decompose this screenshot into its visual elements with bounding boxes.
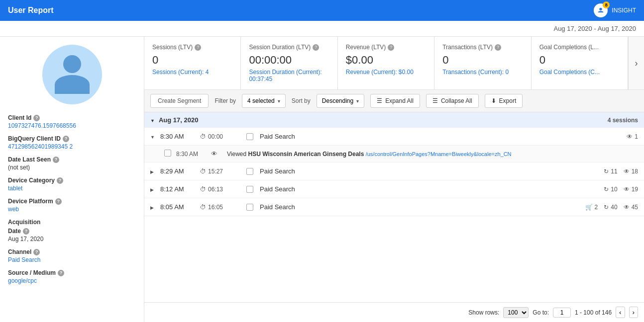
source-medium-help-icon[interactable]: ? bbox=[58, 270, 64, 276]
metric-sessions-current: Sessions (Current): 4 bbox=[152, 69, 232, 76]
sort-by-label: Sort by bbox=[292, 97, 311, 104]
metric-duration-value: 00:00:00 bbox=[249, 54, 329, 67]
hit-row: 8:30 AM 👁 Viewed HSU Wisconsin American … bbox=[144, 146, 644, 162]
session-type-icon bbox=[240, 204, 260, 211]
hit-checkbox[interactable] bbox=[164, 150, 176, 158]
channel-label: Channel ? bbox=[8, 248, 136, 255]
collapse-all-button[interactable]: ☰ Collapse All bbox=[426, 94, 479, 108]
device-platform-help-icon[interactable]: ? bbox=[55, 198, 62, 205]
metric-revenue-current: Revenue (Current): $0.00 bbox=[346, 69, 426, 76]
expand-all-button[interactable]: ☰ Expand All bbox=[370, 94, 420, 108]
session-checkbox[interactable] bbox=[246, 133, 253, 140]
hit-description: Viewed HSU Wisconsin American Ginseng De… bbox=[227, 151, 638, 158]
acquisition-section: Acquisition Date ? Aug 17, 2020 bbox=[8, 219, 136, 242]
session-stats: ↻ 10 👁 19 bbox=[604, 186, 638, 193]
session-stats: 👁 1 bbox=[627, 133, 638, 140]
metric-duration-title: Session Duration (LTV) ? bbox=[249, 44, 329, 51]
session-stats: ↻ 11 👁 18 bbox=[604, 168, 638, 175]
client-id-label: Client Id ? bbox=[8, 114, 136, 121]
expand-all-icon: ☰ bbox=[377, 97, 382, 104]
eye-icon: 👁 bbox=[624, 204, 630, 211]
stat-refresh: ↻ 11 bbox=[604, 168, 617, 175]
date-group-label: Aug 17, 2020 bbox=[159, 116, 199, 124]
date-last-seen-help-icon[interactable]: ? bbox=[53, 157, 59, 163]
export-icon: ⬇ bbox=[491, 97, 496, 104]
session-expand-icon[interactable] bbox=[150, 134, 160, 140]
session-time: 8:29 AM bbox=[160, 167, 200, 175]
session-channel: Paid Search bbox=[260, 167, 604, 175]
metric-sessions: Sessions (LTV) ? 0 Sessions (Current): 4 bbox=[144, 37, 241, 89]
insight-badge: 8 bbox=[603, 1, 610, 8]
metrics-next-button[interactable]: › bbox=[628, 37, 644, 89]
revenue-help-icon[interactable]: ? bbox=[388, 44, 394, 51]
metric-goals-title: Goal Completions (L... bbox=[539, 44, 620, 51]
channel-help-icon[interactable]: ? bbox=[33, 249, 40, 255]
page-range: 1 - 100 of 146 bbox=[575, 309, 612, 316]
session-expand-icon[interactable] bbox=[150, 204, 160, 210]
filter-bar: Create Segment Filter by 4 selected ▾ So… bbox=[144, 90, 644, 112]
sort-dropdown[interactable]: Descending ▾ bbox=[317, 94, 364, 108]
device-platform-label: Device Platform ? bbox=[8, 198, 136, 205]
acq-date-value: Aug 17, 2020 bbox=[8, 236, 136, 242]
avatar-torso bbox=[55, 75, 90, 94]
refresh-icon: ↻ bbox=[604, 204, 609, 211]
eye-icon: 👁 bbox=[627, 133, 633, 140]
filter-dropdown-arrow: ▾ bbox=[278, 98, 280, 104]
avatar-body bbox=[55, 55, 90, 94]
duration-help-icon[interactable]: ? bbox=[313, 44, 319, 51]
acq-date-label: Date ? bbox=[8, 228, 136, 235]
pagination: Show rows: 100 25 50 Go to: 1 - 100 of 1… bbox=[144, 302, 644, 322]
avatar bbox=[42, 45, 102, 104]
stat-refresh: ↻ 10 bbox=[604, 186, 617, 193]
metric-transactions: Transactions (LTV) ? 0 Transactions (Cur… bbox=[434, 37, 531, 89]
right-panel: Sessions (LTV) ? 0 Sessions (Current): 4… bbox=[144, 37, 644, 322]
session-checkbox[interactable] bbox=[246, 168, 253, 175]
bigquery-help-icon[interactable]: ? bbox=[63, 136, 69, 142]
date-collapse-icon[interactable] bbox=[150, 116, 155, 124]
sessions-help-icon[interactable]: ? bbox=[195, 44, 201, 51]
rows-per-page-select[interactable]: 100 25 50 bbox=[503, 307, 529, 318]
stat-eye: 👁 19 bbox=[624, 186, 638, 193]
create-segment-button[interactable]: Create Segment bbox=[150, 94, 209, 108]
cart-icon: 🛒 bbox=[585, 204, 593, 211]
sessions-area: Aug 17, 2020 4 sessions 8:30 AM ⏱ 00:00 bbox=[144, 112, 644, 302]
hit-time: 8:30 AM bbox=[176, 151, 211, 158]
metric-transactions-current: Transactions (Current): 0 bbox=[442, 69, 523, 76]
device-platform-section: Device Platform ? web bbox=[8, 198, 136, 213]
date-row-left: Aug 17, 2020 bbox=[150, 116, 198, 124]
transactions-help-icon[interactable]: ? bbox=[495, 44, 501, 51]
total-sessions: 4 sessions bbox=[608, 117, 638, 124]
session-channel: Paid Search bbox=[260, 203, 585, 211]
eye-icon: 👁 bbox=[624, 186, 630, 193]
collapse-all-icon: ☰ bbox=[432, 97, 438, 104]
export-button[interactable]: ⬇ Export bbox=[485, 94, 523, 108]
client-id-help-icon[interactable]: ? bbox=[33, 115, 40, 121]
device-category-label: Device Category ? bbox=[8, 177, 136, 184]
date-range: Aug 17, 2020 - Aug 17, 2020 bbox=[0, 21, 644, 37]
client-id-section: Client Id ? 1097327476.1597668556 bbox=[8, 114, 136, 129]
session-checkbox[interactable] bbox=[246, 204, 253, 211]
session-duration: ⏱ 00:00 bbox=[200, 133, 240, 140]
acq-date-help-icon[interactable]: ? bbox=[23, 228, 29, 235]
date-group-row[interactable]: Aug 17, 2020 4 sessions bbox=[144, 112, 644, 128]
next-page-button[interactable]: › bbox=[629, 307, 638, 318]
session-duration: ⏱ 15:27 bbox=[200, 168, 240, 175]
prev-page-button[interactable]: ‹ bbox=[616, 307, 625, 318]
metric-session-duration: Session Duration (LTV) ? 00:00:00 Sessio… bbox=[241, 37, 337, 89]
stat-eye: 👁 18 bbox=[624, 168, 638, 175]
device-category-help-icon[interactable]: ? bbox=[57, 177, 63, 184]
session-channel: Paid Search bbox=[260, 133, 627, 140]
session-stats: 🛒 2 ↻ 40 👁 45 bbox=[585, 204, 638, 211]
session-checkbox[interactable] bbox=[246, 186, 253, 193]
selected-count: 4 selected bbox=[247, 97, 275, 104]
clock-icon: ⏱ bbox=[200, 186, 206, 193]
metric-revenue: Revenue (LTV) ? $0.00 Revenue (Current):… bbox=[338, 37, 434, 89]
session-expand-icon[interactable] bbox=[150, 168, 160, 174]
session-type-icon bbox=[240, 133, 260, 140]
filter-selected-dropdown[interactable]: 4 selected ▾ bbox=[242, 94, 286, 108]
session-time: 8:05 AM bbox=[160, 203, 200, 211]
session-expand-icon[interactable] bbox=[150, 186, 160, 192]
insight-icon[interactable]: 8 bbox=[594, 3, 608, 17]
go-to-page-input[interactable] bbox=[553, 308, 571, 318]
metric-revenue-value: $0.00 bbox=[346, 54, 426, 67]
